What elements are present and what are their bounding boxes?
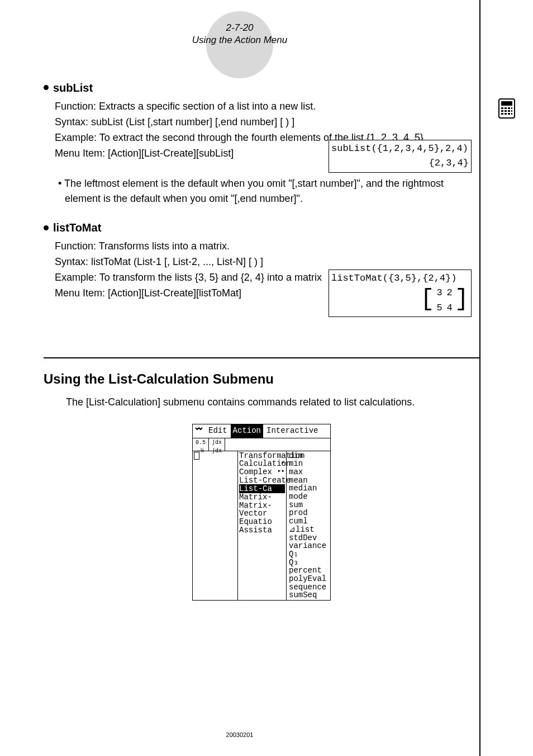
sublist-syntax: Syntax: subList (List [,start number] [,… [55,115,479,130]
menubar-interactive[interactable]: Interactive [263,424,321,438]
submenu-item[interactable]: min [289,460,328,468]
submenu-item[interactable]: stdDev [289,534,328,542]
menubar-action[interactable]: Action [231,424,263,438]
section-desc-listcalc: The [List-Calculation] submenu contains … [66,395,479,410]
sublist-function: Function: Extracts a specific section of… [55,99,479,115]
menu-item[interactable]: List-Create [239,476,285,485]
svg-rect-9 [511,110,512,112]
submenu-item[interactable]: sum [289,501,328,509]
page-header: 2-7-20 Using the Action Menu [0,13,479,46]
menu-item[interactable]: Calculation [239,460,285,468]
submenu-item[interactable]: max [289,468,328,476]
calc-toolbar: 0.5↔½ ∫dx∫dx [193,438,330,451]
side-rail [479,0,533,756]
page-ref: 2-7-20 [0,22,479,34]
menu-item[interactable]: Matrix- [239,493,285,502]
submenu-item[interactable]: dim [289,452,328,460]
submenu-item[interactable]: polyEval [289,575,328,583]
svg-rect-1 [501,101,512,106]
cursor-icon [194,452,199,460]
matrix-output: [ 32 54 ] [420,286,469,315]
submenu-item[interactable]: Q₃ [289,559,328,567]
menubar-edit[interactable]: Edit [205,424,231,438]
svg-rect-6 [501,110,503,112]
listtomat-function: Function: Transforms lists into a matrix… [55,239,479,254]
calc-input-line: subList({1,2,3,4,5},2,4) [331,141,469,156]
svg-rect-7 [505,110,507,112]
svg-rect-3 [505,107,507,109]
svg-rect-13 [511,113,512,115]
svg-rect-11 [505,113,507,115]
submenu-item[interactable]: cuml [289,517,328,526]
menu-item[interactable]: Matrix- [239,502,285,510]
calculator-icon [498,98,515,121]
calc-submenu-listcalc: dim min max mean median mode sum prod cu… [287,451,330,600]
menu-item[interactable]: Vector [239,509,285,518]
toolbar-icon[interactable]: ∫dx∫dx [209,438,225,451]
heading-sublist: subList [44,79,479,97]
svg-rect-10 [501,113,503,115]
svg-rect-2 [501,107,503,109]
svg-rect-4 [508,107,510,109]
listtomat-syntax: Syntax: listToMat (List-1 [, List-2, ...… [55,254,479,270]
calc-output-line: {2,3,4} [331,156,469,171]
submenu-item[interactable]: median [289,484,328,493]
menubar-logo-icon [193,424,205,438]
svg-rect-12 [508,113,510,115]
submenu-item[interactable]: variance [289,542,328,550]
calc-output-listtomat: listToMat({3,5},{2,4}) [ 32 54 ] [329,270,472,317]
sublist-note: • The leftmost element is the default wh… [65,176,479,207]
calc-output-sublist: subList({1,2,3,4,5},2,4) {2,3,4} [329,140,472,173]
submenu-item[interactable]: prod [289,509,328,517]
submenu-item[interactable]: percent [289,566,328,575]
footer-id: 20030201 [0,731,479,738]
section-heading-listcalc: Using the List-Calculation Submenu [44,357,479,389]
svg-rect-8 [508,110,510,112]
submenu-item[interactable]: mean [289,476,328,485]
submenu-item[interactable]: sequence [289,583,328,592]
calc-workarea [193,451,238,600]
page-title: Using the Action Menu [0,34,479,46]
calc-menu-screenshot: Edit Action Interactive 0.5↔½ ∫dx∫dx Tra… [192,424,331,601]
svg-rect-5 [511,107,512,109]
page-content: subList Function: Extracts a specific se… [44,67,479,601]
calc-input-line2: listToMat({3,5},{2,4}) [331,271,469,286]
calc-menubar: Edit Action Interactive [193,424,330,438]
toolbar-icon[interactable]: 0.5↔½ [193,438,209,451]
menu-item[interactable]: Equatio [239,518,285,526]
submenu-item[interactable]: mode [289,493,328,501]
submenu-item[interactable]: ⊿list [289,526,328,534]
menu-item-highlighted[interactable]: List-Ca [239,485,285,493]
submenu-item[interactable]: sumSeq [289,591,328,599]
submenu-item[interactable]: Q₁ [289,550,328,559]
menu-item[interactable]: Complex [239,468,285,476]
heading-listtomat: listToMat [44,219,479,237]
menu-item[interactable]: Assista [239,526,285,535]
menu-item[interactable]: Transformation [239,452,285,460]
calc-action-menu: Transformation Calculation Complex List-… [238,451,287,600]
